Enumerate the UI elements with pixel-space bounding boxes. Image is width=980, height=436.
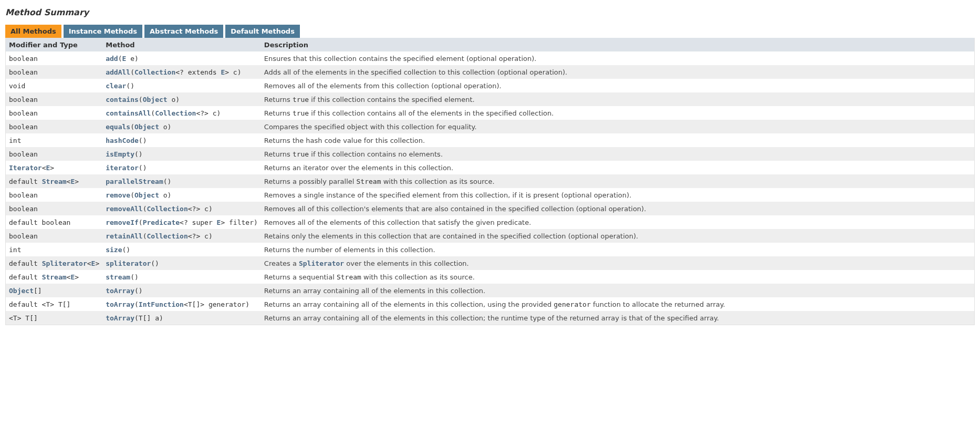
link-collection[interactable]: Collection [147,205,187,213]
cell-description: Returns an array containing all of the e… [261,284,975,297]
col-header-method: Method [102,38,261,51]
cell-method: iterator() [102,161,261,174]
link-intfunction[interactable]: IntFunction [139,300,184,308]
cell-modifier: boolean [6,92,103,106]
section-title: Method Summary [5,7,975,17]
cell-modifier: boolean [6,202,103,215]
cell-modifier: default boolean [6,215,103,229]
cell-method: equals(Object o) [102,120,261,133]
link-iterator[interactable]: Iterator [9,164,42,172]
link-add[interactable]: add [106,55,118,63]
link-toarray[interactable]: toArray [106,300,134,308]
cell-description: Removes all of the elements of this coll… [261,215,975,229]
link-spliterator[interactable]: Spliterator [42,259,87,267]
cell-modifier: boolean [6,229,103,243]
code-literal: true [293,150,309,158]
cell-description: Adds all of the elements in the specifie… [261,65,975,79]
table-row: default booleanremoveIf(Predicate<? supe… [6,215,975,229]
cell-description: Retains only the elements in this collec… [261,229,975,243]
table-row: booleanremoveAll(Collection<?> c)Removes… [6,202,975,215]
cell-description: Creates a Spliterator over the elements … [261,256,975,270]
link-spliterator[interactable]: spliterator [106,259,151,267]
link-clear[interactable]: clear [106,82,126,90]
link-e[interactable]: E [91,259,96,267]
cell-method: removeAll(Collection<?> c) [102,202,261,215]
table-row: default Stream<E>parallelStream()Returns… [6,174,975,188]
link-object[interactable]: Object [134,191,159,199]
link-spliterator[interactable]: Spliterator [299,259,344,267]
link-e[interactable]: E [122,55,127,63]
cell-modifier: boolean [6,106,103,120]
cell-method: add(E e) [102,51,261,65]
method-tabs: All MethodsInstance MethodsAbstract Meth… [5,25,975,38]
link-parallelstream[interactable]: parallelStream [106,178,163,185]
cell-method: stream() [102,270,261,284]
cell-description: Returns true if this collection contains… [261,92,975,106]
link-toarray[interactable]: toArray [106,287,134,295]
cell-description: Returns true if this collection contains… [261,147,975,161]
cell-method: hashCode() [102,133,261,147]
link-removeall[interactable]: removeAll [106,205,142,213]
link-toarray[interactable]: toArray [106,314,134,322]
cell-modifier: default Stream<E> [6,174,103,188]
link-e[interactable]: E [221,68,225,76]
link-containsall[interactable]: containsAll [106,109,151,117]
link-remove[interactable]: remove [106,191,130,199]
cell-description: Returns the number of elements in this c… [261,243,975,256]
link-object[interactable]: Object [143,96,168,103]
cell-modifier: int [6,243,103,256]
link-addall[interactable]: addAll [106,68,130,76]
cell-modifier: boolean [6,120,103,133]
link-e[interactable]: E [46,164,50,172]
cell-description: Returns true if this collection contains… [261,106,975,120]
link-collection[interactable]: Collection [155,109,196,117]
table-row: booleanremove(Object o)Removes a single … [6,188,975,202]
link-stream[interactable]: stream [106,273,130,281]
link-predicate[interactable]: Predicate [143,219,180,226]
cell-description: Returns the hash code value for this col… [261,133,975,147]
cell-modifier: boolean [6,147,103,161]
cell-modifier: void [6,79,103,92]
cell-modifier: boolean [6,188,103,202]
link-e[interactable]: E [70,273,75,281]
link-hashcode[interactable]: hashCode [106,137,139,144]
table-row: Object[]toArray()Returns an array contai… [6,284,975,297]
cell-description: Returns an iterator over the elements in… [261,161,975,174]
link-isempty[interactable]: isEmpty [106,150,134,158]
tab-default-methods[interactable]: Default Methods [225,25,300,38]
link-collection[interactable]: Collection [134,68,175,76]
link-iterator[interactable]: iterator [106,164,139,172]
link-equals[interactable]: equals [106,123,130,131]
table-row: booleanaddAll(Collection<? extends E> c)… [6,65,975,79]
link-removeif[interactable]: removeIf [106,219,139,226]
cell-modifier: boolean [6,65,103,79]
table-row: booleancontainsAll(Collection<?> c)Retur… [6,106,975,120]
link-e[interactable]: E [217,219,221,226]
col-header-description: Description [261,38,975,51]
cell-modifier: Object[] [6,284,103,297]
link-retainall[interactable]: retainAll [106,232,142,240]
link-contains[interactable]: contains [106,96,139,103]
link-object[interactable]: Object [9,287,34,295]
method-summary-table: Modifier and Type Method Description boo… [5,38,975,325]
link-object[interactable]: Object [134,123,159,131]
table-row: inthashCode()Returns the hash code value… [6,133,975,147]
cell-method: clear() [102,79,261,92]
link-size[interactable]: size [106,246,122,254]
link-stream[interactable]: Stream [42,273,67,281]
link-collection[interactable]: Collection [147,232,187,240]
cell-description: Returns a sequential Stream with this co… [261,270,975,284]
cell-description: Removes all of the elements from this co… [261,79,975,92]
table-row: booleanequals(Object o)Compares the spec… [6,120,975,133]
tab-instance-methods[interactable]: Instance Methods [64,25,142,38]
cell-method: addAll(Collection<? extends E> c) [102,65,261,79]
cell-method: containsAll(Collection<?> c) [102,106,261,120]
table-row: default Stream<E>stream()Returns a seque… [6,270,975,284]
cell-description: Returns a possibly parallel Stream with … [261,174,975,188]
tab-abstract-methods[interactable]: Abstract Methods [144,25,223,38]
link-stream[interactable]: Stream [42,178,67,185]
table-row: booleancontains(Object o)Returns true if… [6,92,975,106]
cell-method: size() [102,243,261,256]
tab-all-methods[interactable]: All Methods [5,25,61,38]
link-e[interactable]: E [70,178,75,185]
